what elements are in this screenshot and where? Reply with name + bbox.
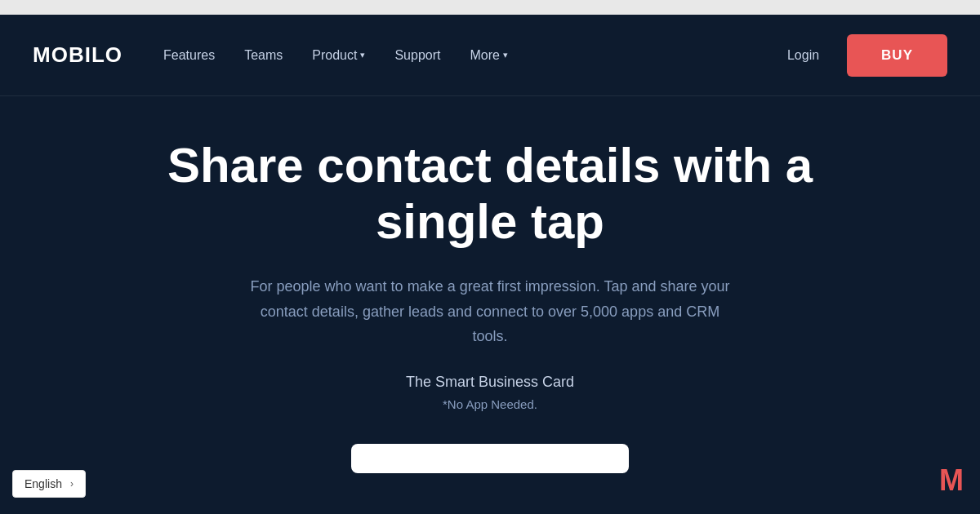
language-arrow-icon: › [70,478,74,490]
top-bar [0,0,980,15]
language-label: English [24,477,62,490]
logo[interactable]: MOBILO [33,42,122,68]
navbar: MOBILO Features Teams Product ▾ Support … [0,15,980,96]
cta-button[interactable] [351,444,629,473]
teams-label: Teams [244,48,283,63]
more-label: More [470,48,499,63]
m-watermark: M [939,463,964,498]
nav-link-support[interactable]: Support [383,42,452,69]
nav-link-product[interactable]: Product ▾ [301,42,376,69]
language-selector[interactable]: English › [12,470,86,498]
product-label: Product [312,48,357,63]
features-label: Features [163,48,215,63]
support-label: Support [394,48,440,63]
product-chevron-icon: ▾ [360,50,365,60]
navbar-right: Login BUY [776,34,947,77]
nav-links: Features Teams Product ▾ Support More ▾ [152,42,519,69]
hero-section: Share contact details with a single tap … [0,96,980,490]
login-link[interactable]: Login [776,42,831,69]
nav-link-teams[interactable]: Teams [233,42,294,69]
cta-button-area [33,444,947,473]
hero-subtitle: For people who want to make a great firs… [245,274,735,349]
more-chevron-icon: ▾ [503,50,508,60]
hero-tagline: The Smart Business Card [406,374,574,391]
buy-button[interactable]: BUY [847,34,947,77]
nav-link-features[interactable]: Features [152,42,226,69]
navbar-left: MOBILO Features Teams Product ▾ Support … [33,42,519,69]
nav-link-more[interactable]: More ▾ [458,42,519,69]
hero-note: *No App Needed. [443,397,537,411]
hero-title: Share contact details with a single tap [163,137,817,250]
